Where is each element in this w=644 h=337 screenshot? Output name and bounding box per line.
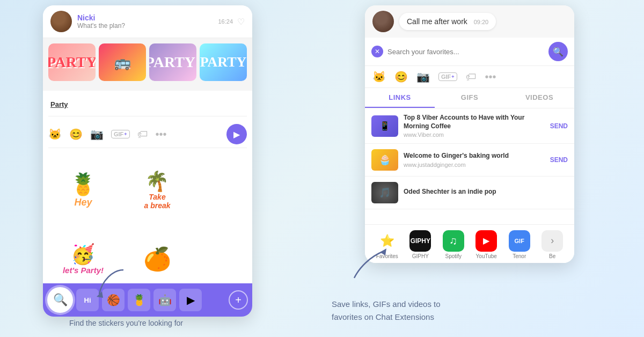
face-icon[interactable]: 😊 xyxy=(69,128,83,141)
cat-icon[interactable]: 🐱 xyxy=(48,128,62,141)
camera-icon-right[interactable]: 📷 xyxy=(416,70,430,83)
caption-right-text: Save links, GIFs and videos tofavorites … xyxy=(332,299,441,321)
link-item-3: 🎵 Oded Shechter is an indie pop xyxy=(365,177,574,209)
chat-header-right: Call me after work 09:20 xyxy=(365,5,574,38)
robot-sticker[interactable]: 🤖 xyxy=(153,289,176,311)
icon-toolbar-right: 🐱 😊 📷 GIF+ 🏷 ••• xyxy=(365,66,574,88)
sticker-icon-right[interactable]: 🏷 xyxy=(466,71,477,83)
chat-time-left: 16:24 xyxy=(218,18,233,25)
heart-icon[interactable]: ♡ xyxy=(237,17,245,27)
sticker-panel: PARTY 🚌 PARTY! PARTY xyxy=(43,38,252,91)
more-apps-icon: › xyxy=(541,230,563,252)
search-favorites-bar: ✕ 🔍 xyxy=(365,38,574,66)
sticker-thumb-2[interactable]: 🚌 xyxy=(99,43,146,81)
gif-icon[interactable]: GIF+ xyxy=(111,130,130,138)
gif-icon-right[interactable]: GIF+ xyxy=(438,72,457,81)
app-tenor[interactable]: GIF Tenor xyxy=(509,230,530,259)
send-btn-2[interactable]: SEND xyxy=(550,156,568,164)
face-icon-right[interactable]: 😊 xyxy=(394,70,408,83)
search-icon-left: 🔍 xyxy=(53,293,68,307)
link-thumb-2: 🧁 xyxy=(371,149,398,171)
sticker-icon[interactable]: 🏷 xyxy=(137,128,148,141)
link-thumb-3: 🎵 xyxy=(371,182,398,203)
link-url-2: www.justaddginger.com xyxy=(404,162,545,168)
caption-left: Find the stickers you're looking for xyxy=(56,319,196,327)
link-item-2: 🧁 Welcome to Ginger's baking world www.j… xyxy=(365,144,574,177)
tenor-icon: GIF xyxy=(509,230,530,252)
youtube-label: YouTube xyxy=(476,253,497,259)
more-icon-right[interactable]: ••• xyxy=(485,71,496,83)
giphy-label: GIPHY xyxy=(412,253,429,259)
cat-icon-right[interactable]: 🐱 xyxy=(372,70,386,83)
link-text-2: Welcome to Ginger's baking world www.jus… xyxy=(404,152,545,168)
svg-marker-1 xyxy=(380,248,386,255)
avatar-left xyxy=(50,11,72,32)
link-title-1: Top 8 Viber Accounts to Have with Your M… xyxy=(404,114,545,130)
link-title-3: Oded Shechter is an indie pop xyxy=(404,188,568,196)
sticker-grid: PARTY 🚌 PARTY! PARTY xyxy=(48,43,247,81)
link-thumb-1: 📱 xyxy=(371,115,398,137)
chat-bubble-right: Call me after work 09:20 xyxy=(399,13,496,30)
app-youtube[interactable]: ▶ YouTube xyxy=(475,230,497,259)
more-apps-label: Be xyxy=(549,253,555,259)
app-tray: ⭐ Favorites GIPHY GIPHY ♫ Spotify ▶ YouT… xyxy=(365,224,574,263)
sticker-category: Party xyxy=(50,100,68,108)
stickers-content: Party 🐱 😊 📷 GIF+ 🏷 ••• ▶ 🍍 Hey 🌴 Takea xyxy=(43,91,252,296)
youtube-icon: ▶ xyxy=(475,230,497,252)
avatar-right xyxy=(372,11,394,32)
spotify-icon: ♫ xyxy=(443,230,464,252)
sticker-take-break[interactable]: 🌴 Takea break xyxy=(122,158,192,222)
tab-gifs[interactable]: GIFS xyxy=(435,88,504,108)
app-more[interactable]: › Be xyxy=(541,230,563,259)
chat-message-preview: What's the plan? xyxy=(77,22,125,30)
left-phone: Nicki What's the plan? 16:24 ♡ PARTY 🚌 P… xyxy=(43,5,252,317)
search-stickers-btn[interactable]: 🔍 xyxy=(47,287,73,313)
tab-links[interactable]: LINKS xyxy=(365,88,435,108)
sticker-hey[interactable]: 🍍 Hey xyxy=(48,158,118,222)
chat-message-right: Call me after work xyxy=(407,17,467,26)
send-btn-1[interactable]: SEND xyxy=(550,122,568,130)
more-icon-left[interactable]: ••• xyxy=(156,128,167,141)
link-text-1: Top 8 Viber Accounts to Have with Your M… xyxy=(404,114,545,138)
tab-videos[interactable]: VIDEOS xyxy=(504,88,574,108)
tabs-row: LINKS GIFS VIDEOS xyxy=(365,88,574,108)
giphy-icon: GIPHY xyxy=(409,230,431,252)
sticker-thumb-1[interactable]: PARTY xyxy=(48,43,96,81)
caption-right: Save links, GIFs and videos tofavorites … xyxy=(332,298,450,324)
search-favorites-btn[interactable]: 🔍 xyxy=(548,42,568,61)
clear-search-btn[interactable]: ✕ xyxy=(371,46,383,57)
link-text-3: Oded Shechter is an indie pop xyxy=(404,188,568,197)
chat-time-right: 09:20 xyxy=(474,19,489,25)
links-list: 📱 Top 8 Viber Accounts to Have with Your… xyxy=(365,108,574,209)
sticker-thumb-3[interactable]: PARTY! xyxy=(149,43,196,81)
right-phone: Call me after work 09:20 ✕ 🔍 🐱 😊 📷 GIF+ … xyxy=(365,5,574,263)
chat-username-left: Nicki xyxy=(77,13,125,22)
send-btn-left[interactable]: ▶ xyxy=(226,124,247,144)
play-sticker[interactable]: ▶ xyxy=(179,289,202,311)
add-sticker-btn[interactable]: + xyxy=(229,290,248,310)
link-title-2: Welcome to Ginger's baking world xyxy=(404,152,545,160)
spotify-label: Spotify xyxy=(445,253,462,259)
chat-info-left: Nicki What's the plan? xyxy=(77,13,125,30)
sticker-thumb-4[interactable]: PARTY xyxy=(200,43,247,81)
link-url-1: www.Viber.com xyxy=(404,131,545,138)
link-item-1: 📱 Top 8 Viber Accounts to Have with Your… xyxy=(365,108,574,144)
bottom-bar-left: 🔍 Hi 🏀 🍍 🤖 ▶ + xyxy=(43,283,252,317)
camera-icon[interactable]: 📷 xyxy=(90,128,104,141)
arrow-left xyxy=(91,265,134,302)
search-favorites-input[interactable] xyxy=(387,48,544,56)
arrow-right xyxy=(343,240,392,283)
app-giphy[interactable]: GIPHY GIPHY xyxy=(409,230,431,259)
tenor-label: Tenor xyxy=(513,253,526,259)
chat-header-left: Nicki What's the plan? 16:24 ♡ xyxy=(43,5,252,38)
app-spotify[interactable]: ♫ Spotify xyxy=(443,230,464,259)
